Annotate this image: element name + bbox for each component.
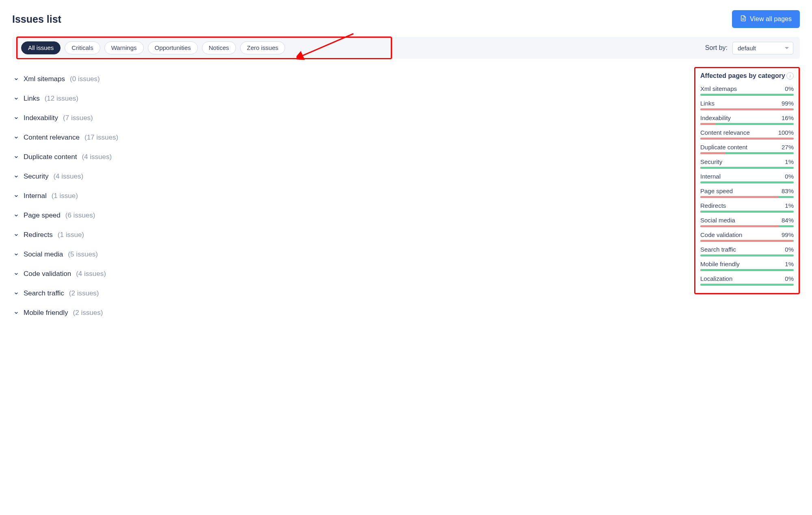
filter-pill-criticals[interactable]: Criticals [65, 41, 100, 54]
issue-category-name: Security [24, 172, 48, 181]
filter-pill-all[interactable]: All issues [21, 41, 61, 54]
issue-category-row[interactable]: Links(12 issues) [12, 89, 682, 108]
category-row[interactable]: Social media84% [698, 215, 796, 230]
category-percent: 0% [785, 246, 794, 253]
category-row[interactable]: Localization0% [698, 274, 796, 288]
issue-category-row[interactable]: Redirects(1 issue) [12, 225, 682, 245]
issue-category-row[interactable]: Internal(1 issue) [12, 186, 682, 206]
category-row[interactable]: Indexability16% [698, 113, 796, 127]
category-name: Code validation [700, 231, 742, 238]
chevron-down-icon [14, 272, 19, 276]
issue-category-row[interactable]: Security(4 issues) [12, 167, 682, 186]
category-name: Duplicate content [700, 144, 747, 151]
category-row[interactable]: Security1% [698, 157, 796, 171]
issue-category-name: Links [24, 95, 40, 103]
filter-pill-opportunities[interactable]: Opportunities [148, 41, 198, 54]
category-bar-fill [700, 167, 701, 169]
category-row-header: Links99% [700, 100, 794, 107]
category-name: Security [700, 158, 722, 165]
issue-category-name: Xml sitemaps [24, 75, 65, 83]
category-percent: 0% [785, 275, 794, 282]
category-row[interactable]: Code validation99% [698, 230, 796, 244]
issue-category-row[interactable]: Indexability(7 issues) [12, 108, 682, 128]
category-percent: 0% [785, 173, 794, 180]
issue-category-row[interactable]: Page speed(6 issues) [12, 206, 682, 225]
category-name: Content relevance [700, 129, 750, 136]
issue-count: (4 issues) [53, 172, 83, 181]
issue-category-row[interactable]: Duplicate content(4 issues) [12, 147, 682, 167]
issue-category-name: Social media [24, 250, 63, 259]
category-row-header: Xml sitemaps0% [700, 85, 794, 92]
filter-pill-notices[interactable]: Notices [202, 41, 236, 54]
issue-category-name: Mobile friendly [24, 309, 68, 317]
issue-category-name: Redirects [24, 231, 53, 239]
issue-category-row[interactable]: Search traffic(2 issues) [12, 284, 682, 303]
view-all-pages-button[interactable]: View all pages [732, 10, 800, 28]
category-bar-fill [700, 196, 778, 198]
category-row-header: Content relevance100% [700, 129, 794, 136]
issue-count: (2 issues) [69, 289, 99, 297]
category-bar [700, 123, 794, 125]
category-row[interactable]: Mobile friendly1% [698, 259, 796, 274]
category-name: Social media [700, 217, 735, 224]
category-percent: 84% [782, 217, 794, 224]
chevron-down-icon [14, 155, 19, 159]
category-row[interactable]: Redirects1% [698, 200, 796, 215]
issue-category-name: Duplicate content [24, 153, 77, 161]
category-bar [700, 211, 794, 213]
chevron-down-icon [14, 213, 19, 218]
category-bar-fill [700, 138, 794, 140]
issue-category-row[interactable]: Xml sitemaps(0 issues) [12, 69, 682, 89]
issue-category-name: Indexability [24, 114, 58, 122]
category-row-header: Localization0% [700, 275, 794, 282]
category-bar [700, 269, 794, 271]
filter-pill-zero[interactable]: Zero issues [240, 41, 286, 54]
chevron-down-icon [14, 233, 19, 237]
category-bar [700, 181, 794, 183]
issue-category-row[interactable]: Code validation(4 issues) [12, 264, 682, 284]
issue-category-name: Internal [24, 192, 47, 200]
category-bar [700, 240, 794, 242]
sort-select[interactable]: default [732, 42, 793, 54]
issue-category-row[interactable]: Mobile friendly(2 issues) [12, 303, 682, 323]
category-row[interactable]: Content relevance100% [698, 127, 796, 142]
filter-pill-warnings[interactable]: Warnings [104, 41, 144, 54]
category-percent: 16% [782, 114, 794, 121]
category-bar-fill [700, 225, 779, 227]
category-row[interactable]: Page speed83% [698, 186, 796, 200]
category-percent: 100% [778, 129, 794, 136]
category-row-header: Social media84% [700, 217, 794, 224]
category-row-header: Internal0% [700, 173, 794, 180]
chevron-down-icon [14, 194, 19, 198]
category-bar [700, 225, 794, 227]
chevron-down-icon [14, 77, 19, 82]
category-percent: 1% [785, 158, 794, 165]
category-row[interactable]: Xml sitemaps0% [698, 84, 796, 98]
category-name: Links [700, 100, 715, 107]
category-row-header: Security1% [700, 158, 794, 165]
chevron-down-icon [14, 135, 19, 140]
issue-count: (2 issues) [73, 309, 103, 317]
category-row[interactable]: Links99% [698, 98, 796, 113]
category-bar [700, 152, 794, 154]
issue-count: (4 issues) [76, 270, 106, 278]
category-row[interactable]: Search traffic0% [698, 244, 796, 259]
category-row-header: Duplicate content27% [700, 144, 794, 151]
category-name: Localization [700, 275, 732, 282]
category-row-header: Redirects1% [700, 202, 794, 209]
issue-category-name: Search traffic [24, 289, 64, 297]
info-icon[interactable]: i [786, 72, 794, 80]
issue-category-row[interactable]: Content relevance(17 issues) [12, 128, 682, 147]
header: Issues list View all pages [12, 10, 800, 28]
category-row[interactable]: Duplicate content27% [698, 142, 796, 157]
category-row-header: Page speed83% [700, 187, 794, 194]
category-row[interactable]: Internal0% [698, 171, 796, 186]
category-bar [700, 94, 794, 96]
issue-count: (4 issues) [82, 153, 112, 161]
issue-count: (17 issues) [84, 134, 118, 142]
affected-pages-panel: Affected pages by category i Xml sitemap… [694, 67, 800, 294]
issue-category-name: Code validation [24, 270, 71, 278]
issue-category-name: Content relevance [24, 134, 80, 142]
category-percent: 99% [782, 100, 794, 107]
issue-category-row[interactable]: Social media(5 issues) [12, 245, 682, 264]
